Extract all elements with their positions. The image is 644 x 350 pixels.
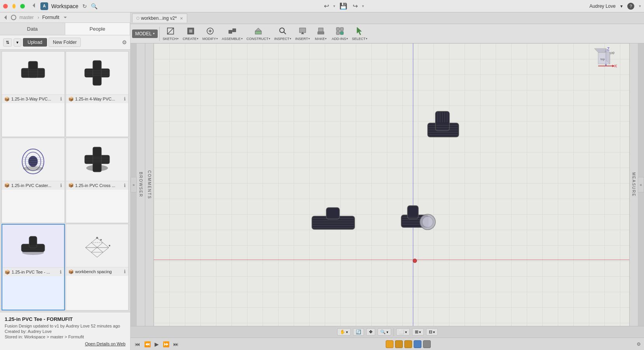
redo-arrow-icon: ▾ [362, 4, 364, 8]
item-info-button[interactable]: ℹ [60, 183, 62, 188]
svg-text:top: top [600, 57, 605, 61]
detail-open-link[interactable]: Open Details on Web [5, 341, 125, 346]
undo-button[interactable]: ↩ [323, 2, 330, 10]
go-end-button[interactable]: ⏭ [172, 340, 180, 348]
pan-button[interactable]: ✥ [366, 328, 375, 336]
canvas-vertical-axis [413, 43, 413, 326]
upload-button[interactable]: Upload [23, 38, 47, 47]
zoom-button[interactable]: 🔍▾ [378, 328, 391, 336]
svg-point-24 [23, 166, 43, 171]
user-dropdown-icon[interactable]: ▾ [620, 3, 623, 9]
list-item[interactable]: 📦 1.25-in PVC Caster... ℹ [2, 138, 65, 224]
canvas-tab-close-button[interactable]: ✕ [180, 16, 183, 21]
settings-icon[interactable]: ⚙ [637, 341, 641, 347]
canvas-object-2[interactable] [306, 202, 360, 242]
display-button[interactable]: ⬜▾ [396, 328, 410, 336]
redo-button[interactable]: ↪ [352, 2, 359, 10]
comments-panel[interactable]: COMMENTS [145, 43, 154, 326]
help-dropdown-icon[interactable]: ▾ [639, 4, 641, 8]
go-start-button[interactable]: ⏮ [134, 340, 141, 348]
toolbar-construct[interactable]: CONSTRUCT ▾ [245, 26, 272, 42]
play-button[interactable]: ▶ [153, 340, 160, 348]
svg-marker-2 [64, 17, 67, 18]
left-toolbar: ⇅ ▾ Upload New Folder ⚙ [0, 35, 130, 50]
toolbar-select[interactable]: SELECT ▾ [350, 26, 369, 42]
item-info-button[interactable]: ℹ [124, 269, 126, 274]
list-item[interactable]: 📦 1.25-in PVC Tee - ... ℹ [2, 224, 65, 310]
canvas-container: » BROWSER COMMENTS [131, 43, 644, 326]
tab-data[interactable]: Data [0, 23, 65, 35]
grid-button[interactable]: ⊞▾ [412, 328, 424, 336]
orbit-button[interactable]: 🔄 [353, 328, 364, 336]
item-info-button[interactable]: ℹ [60, 96, 62, 102]
toolbar-insert[interactable]: INSERT ▾ [294, 26, 312, 42]
toolbar-modify[interactable]: MODIFY ▾ [201, 26, 219, 42]
canvas-object-1[interactable] [420, 106, 466, 157]
viewport-button[interactable]: ⊟▾ [426, 328, 438, 336]
view-cube[interactable]: top [592, 47, 614, 67]
list-item[interactable]: 📦 1.25-in PVC Cross ... ℹ [66, 138, 129, 224]
svg-rect-86 [326, 208, 339, 219]
zoom-dropdown: ▾ [386, 330, 388, 334]
item-thumbnail [66, 224, 129, 267]
svg-line-51 [167, 28, 174, 34]
help-button[interactable]: ? [627, 3, 634, 10]
item-info-button[interactable]: ℹ [124, 183, 126, 188]
list-item[interactable]: 📦 1.25-in 3-Way PVC... ℹ [2, 51, 65, 137]
canvas-area[interactable]: Z X top top [154, 43, 629, 326]
timeline-item-4[interactable] [414, 340, 421, 348]
new-folder-button[interactable]: New Folder [49, 38, 81, 47]
make-label: MAKE ▾ [315, 37, 327, 41]
item-label-row: 📦 workbench spacing ℹ [66, 267, 129, 276]
svg-point-100 [413, 259, 417, 263]
timeline-item-3[interactable] [404, 340, 412, 348]
item-info-button[interactable]: ℹ [60, 269, 62, 275]
toolbar-sketch[interactable]: SKETCH ▾ [161, 26, 181, 42]
filter-button[interactable]: ▾ [14, 38, 21, 47]
timeline-item-1[interactable] [386, 340, 393, 348]
toolbar-make[interactable]: MAKE ▾ [312, 26, 329, 42]
svg-rect-70 [336, 31, 339, 35]
svg-rect-53 [189, 29, 192, 33]
measure-panel[interactable]: MEASURE [629, 43, 638, 326]
step-forward-button[interactable]: ⏩ [162, 340, 171, 348]
canvas-tab[interactable]: workben...ing v2* ✕ [132, 14, 187, 23]
breadcrumb-bar: master › Formufit [0, 12, 130, 23]
step-back-button[interactable]: ⏪ [143, 340, 152, 348]
sort-button[interactable]: ⇅ [3, 38, 12, 47]
timeline-item-2[interactable] [395, 340, 403, 348]
bottom-right: ⚙ [637, 341, 641, 347]
toolbar-addins[interactable]: ADD-INS ▾ [330, 26, 350, 42]
item-type-icon: 📦 [4, 97, 10, 102]
settings-button[interactable]: ⚙ [122, 39, 127, 45]
addins-label: ADD-INS ▾ [332, 37, 348, 41]
save-button[interactable]: 💾 [338, 2, 348, 10]
item-info-button[interactable]: ℹ [124, 96, 126, 102]
minimize-button[interactable] [12, 4, 16, 9]
canvas-object-3[interactable] [392, 199, 442, 243]
list-item[interactable]: 📦 workbench spacing ℹ [66, 224, 129, 310]
make-icon [316, 26, 325, 37]
breadcrumb-dropdown-icon[interactable] [63, 16, 67, 19]
model-button[interactable]: MODEL ▾ [132, 29, 158, 38]
toolbar-inspect[interactable]: INSPECT ▾ [273, 26, 293, 42]
inspect-label: INSPECT ▾ [274, 37, 291, 41]
toolbar-assemble[interactable]: ASSEMBLE ▾ [220, 26, 244, 42]
expand-left-button[interactable]: » [131, 177, 137, 192]
refresh-button[interactable]: ↻ [82, 3, 88, 9]
search-button[interactable]: 🔍 [91, 3, 97, 9]
title-bar-left: A Workspace ↻ 🔍 [3, 2, 97, 10]
nav-back-icon[interactable] [3, 15, 9, 20]
navigate-button[interactable]: ✋▾ [337, 328, 351, 336]
tab-people[interactable]: People [65, 23, 131, 35]
maximize-button[interactable] [20, 4, 25, 9]
expand-right-button[interactable]: « [638, 177, 644, 192]
toolbar-create[interactable]: CREATE ▾ [181, 26, 200, 42]
list-item[interactable]: 📦 1.25-in 4-Way PVC... ℹ [66, 51, 129, 137]
browser-panel[interactable]: BROWSER [137, 43, 145, 326]
svg-point-47 [96, 237, 98, 239]
back-nav-button[interactable] [31, 2, 37, 10]
close-button[interactable] [3, 4, 8, 9]
insert-icon [298, 26, 307, 37]
timeline-item-5[interactable] [423, 340, 431, 348]
